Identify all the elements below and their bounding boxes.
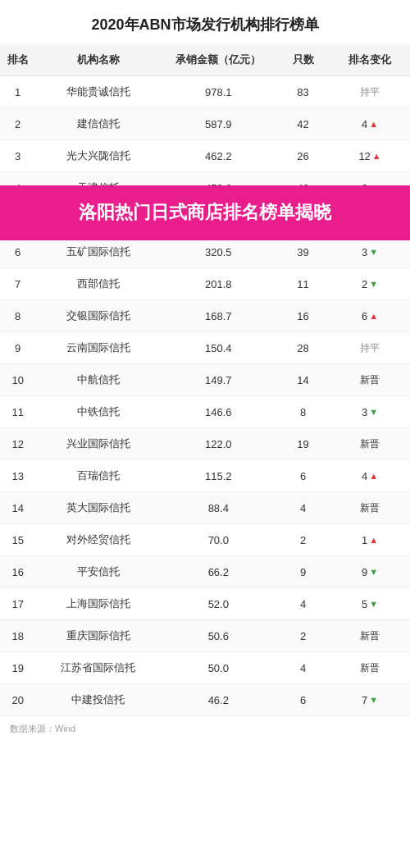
cell-rank: 19 <box>0 652 35 684</box>
change-number: 3 <box>362 246 367 258</box>
table-row: 16平安信托66.299▼ <box>0 556 410 588</box>
cell-rank: 15 <box>0 524 35 556</box>
table-row: 10中航信托149.714新晋 <box>0 364 410 396</box>
up-arrow-icon: ▲ <box>369 535 378 545</box>
cell-rank: 9 <box>0 332 35 364</box>
cell-count: 6 <box>276 684 330 716</box>
cell-rank: 2 <box>0 108 35 140</box>
cell-rank: 11 <box>0 396 35 428</box>
change-number: 9 <box>362 566 367 578</box>
cell-count: 19 <box>276 428 330 460</box>
cell-rank: 1 <box>0 76 35 108</box>
cell-rank: 8 <box>0 300 35 332</box>
cell-name: 上海国际信托 <box>35 588 160 620</box>
table-row: 3光大兴陇信托462.22612▲ <box>0 140 410 172</box>
cell-rank: 7 <box>0 268 35 300</box>
table-row: 11中铁信托146.683▼ <box>0 396 410 428</box>
down-arrow-icon: ▼ <box>369 599 378 609</box>
cell-change: 新晋 <box>330 492 410 524</box>
table-row: 14英大国际信托88.44新晋 <box>0 492 410 524</box>
cell-change: 持平 <box>330 76 410 108</box>
new-label: 新晋 <box>360 373 380 387</box>
table-row: 9云南国际信托150.428持平 <box>0 332 410 364</box>
cell-change: 12▲ <box>330 140 410 172</box>
down-arrow-icon: ▼ <box>369 407 378 417</box>
table-row: 2建信信托587.9424▲ <box>0 108 410 140</box>
cell-name: 中航信托 <box>35 364 160 396</box>
down-arrow-icon: ▼ <box>369 247 378 257</box>
cell-amount: 168.7 <box>161 300 276 332</box>
cell-amount: 150.4 <box>161 332 276 364</box>
change-number: 2 <box>362 278 367 290</box>
flat-icon: 持平 <box>360 85 380 99</box>
table-row: 19江苏省国际信托50.04新晋 <box>0 652 410 684</box>
up-arrow-icon: ▲ <box>372 151 381 161</box>
cell-change: 1▲ <box>330 524 410 556</box>
cell-change: 新晋 <box>330 364 410 396</box>
cell-name: 光大兴陇信托 <box>35 140 160 172</box>
cell-amount: 978.1 <box>161 76 276 108</box>
cell-count: 83 <box>276 76 330 108</box>
cell-rank: 10 <box>0 364 35 396</box>
cell-change: 持平 <box>330 332 410 364</box>
cell-name: 对外经贸信托 <box>35 524 160 556</box>
cell-change: 9▼ <box>330 556 410 588</box>
col-count: 只数 <box>276 44 330 76</box>
cell-rank: 12 <box>0 428 35 460</box>
change-number: 4 <box>362 470 367 482</box>
cell-amount: 50.6 <box>161 620 276 652</box>
cell-change: 3▼ <box>330 236 410 268</box>
cell-name: 平安信托 <box>35 556 160 588</box>
col-amount: 承销金额（亿元） <box>161 44 276 76</box>
cell-change: 新晋 <box>330 428 410 460</box>
cell-change: 3▼ <box>330 396 410 428</box>
cell-amount: 462.2 <box>161 140 276 172</box>
cell-rank: 6 <box>0 236 35 268</box>
cell-count: 4 <box>276 652 330 684</box>
cell-amount: 115.2 <box>161 460 276 492</box>
up-arrow-icon: ▲ <box>369 311 378 321</box>
cell-name: 江苏省国际信托 <box>35 652 160 684</box>
change-number: 1 <box>362 534 367 546</box>
cell-name: 英大国际信托 <box>35 492 160 524</box>
cell-amount: 149.7 <box>161 364 276 396</box>
cell-change: 新晋 <box>330 652 410 684</box>
cell-amount: 146.6 <box>161 396 276 428</box>
cell-change: 5▼ <box>330 588 410 620</box>
table-row: 7西部信托201.8112▼ <box>0 268 410 300</box>
table-row: 6五矿国际信托320.5393▼ <box>0 236 410 268</box>
ranking-table: 排名 机构名称 承销金额（亿元） 只数 排名变化 1华能贵诚信托978.183持… <box>0 44 410 716</box>
cell-count: 14 <box>276 364 330 396</box>
cell-count: 9 <box>276 556 330 588</box>
cell-amount: 46.2 <box>161 684 276 716</box>
cell-change: 4▲ <box>330 108 410 140</box>
cell-name: 五矿国际信托 <box>35 236 160 268</box>
down-arrow-icon: ▼ <box>369 279 378 289</box>
cell-count: 39 <box>276 236 330 268</box>
cell-count: 11 <box>276 268 330 300</box>
cell-rank: 17 <box>0 588 35 620</box>
cell-rank: 20 <box>0 684 35 716</box>
cell-name: 建信信托 <box>35 108 160 140</box>
col-change: 排名变化 <box>330 44 410 76</box>
up-arrow-icon: ▲ <box>369 119 378 129</box>
cell-count: 2 <box>276 524 330 556</box>
cell-name: 重庆国际信托 <box>35 620 160 652</box>
change-number: 4 <box>362 118 367 130</box>
new-label: 新晋 <box>360 661 380 675</box>
cell-name: 中铁信托 <box>35 396 160 428</box>
cell-name: 兴业国际信托 <box>35 428 160 460</box>
table-row: 13百瑞信托115.264▲ <box>0 460 410 492</box>
up-arrow-icon: ▲ <box>369 471 378 481</box>
cell-name: 交银国际信托 <box>35 300 160 332</box>
cell-amount: 320.5 <box>161 236 276 268</box>
table-row: 18重庆国际信托50.62新晋 <box>0 620 410 652</box>
cell-count: 26 <box>276 140 330 172</box>
new-label: 新晋 <box>360 501 380 515</box>
table-row: 17上海国际信托52.045▼ <box>0 588 410 620</box>
cell-change: 4▲ <box>330 460 410 492</box>
cell-amount: 587.9 <box>161 108 276 140</box>
cell-change: 2▼ <box>330 268 410 300</box>
overlay-banner: 洛阳热门日式商店排名榜单揭晓 <box>0 185 410 240</box>
table-row: 12兴业国际信托122.019新晋 <box>0 428 410 460</box>
